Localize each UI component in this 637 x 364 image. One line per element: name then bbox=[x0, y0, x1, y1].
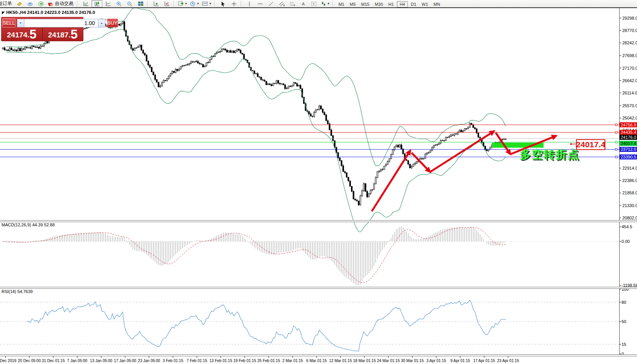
timeframe-M1[interactable]: M1 bbox=[336, 2, 347, 7]
bollinger-bands bbox=[6, 8, 506, 232]
crosshair-button[interactable] bbox=[229, 0, 239, 7]
y-axis-tick: 29298.0 bbox=[622, 16, 637, 20]
y-axis-tick: 28242.0 bbox=[622, 40, 637, 45]
zoom-out-button[interactable] bbox=[125, 0, 135, 7]
rsi-axis-label: 50 bbox=[622, 319, 626, 324]
rsi-indicator-label: RSI(14) 54.7639 bbox=[2, 289, 33, 294]
volume-input[interactable] bbox=[24, 19, 98, 27]
price-level-label: 24435.4 bbox=[621, 130, 636, 135]
one-click-trading-panel: SELL ▼ ▲ BUY 24174.5 24187.5 bbox=[1, 17, 83, 41]
sell-price-main: 24174 bbox=[7, 30, 27, 40]
line-chart-icon bbox=[105, 1, 111, 7]
price-level-box[interactable]: 24017.4 bbox=[576, 139, 605, 150]
buy-button[interactable]: BUY bbox=[107, 19, 118, 27]
cursor-button[interactable] bbox=[218, 0, 228, 7]
x-axis-label: 6 Mar 01:15 bbox=[306, 359, 327, 363]
text-label-button[interactable]: T bbox=[309, 0, 319, 7]
x-axis-label: 2 Mar 01:15 bbox=[282, 359, 303, 363]
x-axis-label: 31 Dec 01:15 bbox=[42, 359, 65, 363]
y-axis-tick: 26114.0 bbox=[622, 91, 637, 95]
volume-increase-button[interactable]: ▲ bbox=[98, 19, 105, 27]
pane-divider-macd[interactable] bbox=[0, 220, 637, 222]
signals-icon-button[interactable] bbox=[36, 0, 46, 7]
rsi-axis-label: 80 bbox=[622, 300, 626, 305]
time-axis: 16 Dec 201920 Dec 05:0031 Dec 01:157 Jan… bbox=[0, 356, 519, 363]
arrows-button[interactable]: ▼ bbox=[320, 0, 331, 7]
y-axis-tick: 21858.0 bbox=[622, 190, 637, 195]
volume-decrease-button[interactable]: ▼ bbox=[17, 19, 24, 27]
timeframe-M5[interactable]: M5 bbox=[347, 2, 358, 7]
trend-arrows[interactable] bbox=[372, 131, 576, 211]
chart-window: 29298.028770.028242.027698.027170.026642… bbox=[0, 8, 637, 364]
chart-shift-button[interactable] bbox=[162, 0, 172, 7]
timeframe-M30[interactable]: M30 bbox=[373, 2, 385, 7]
new-chart-button[interactable]: ▼ bbox=[177, 0, 188, 7]
x-axis-label: 7 Feb 01:15 bbox=[186, 359, 207, 363]
pane-divider-rsi[interactable] bbox=[0, 287, 637, 289]
price-level-label: 24756.9 bbox=[621, 123, 636, 127]
tile-windows-button[interactable] bbox=[136, 0, 146, 7]
svg-text:F: F bbox=[294, 4, 295, 7]
templates-button[interactable]: ▼ bbox=[201, 0, 213, 7]
rsi-pane bbox=[0, 300, 619, 351]
candlestick-chart-button[interactable] bbox=[91, 0, 102, 7]
x-axis-label: 9 Apr 01:15 bbox=[450, 359, 470, 363]
timeframe-M15[interactable]: M15 bbox=[359, 2, 371, 7]
zoom-in-button[interactable] bbox=[114, 0, 124, 7]
template-icon bbox=[202, 1, 208, 7]
crosshair-icon bbox=[231, 1, 237, 7]
trendline-button[interactable] bbox=[266, 0, 276, 7]
svg-text:T: T bbox=[313, 2, 315, 6]
auto-scroll-button[interactable] bbox=[151, 0, 161, 7]
bar-chart-icon bbox=[83, 1, 89, 7]
candles bbox=[2, 20, 506, 206]
market-watch-icon[interactable] bbox=[14, 0, 24, 7]
equidistant-channel-button[interactable]: E bbox=[277, 0, 287, 7]
bar-chart-button[interactable] bbox=[81, 0, 91, 7]
price-level-label: 23390.5 bbox=[621, 155, 636, 159]
vertical-line-button[interactable] bbox=[244, 0, 254, 7]
collapse-panel-icon[interactable]: ◤ bbox=[2, 11, 5, 15]
vertical-line-icon bbox=[247, 1, 252, 7]
text-button[interactable]: A bbox=[298, 0, 308, 7]
timeframe-W1[interactable]: W1 bbox=[419, 2, 430, 7]
price-axis-labels: 29298.028770.028242.027698.027170.026642… bbox=[619, 16, 637, 220]
horizontal-line-button[interactable] bbox=[255, 0, 265, 7]
autotrading-icon bbox=[47, 1, 54, 7]
x-axis-label: 12 Mar 01:15 bbox=[329, 359, 352, 363]
y-axis-tick: 22914.0 bbox=[622, 166, 637, 170]
y-axis-tick: 27170.0 bbox=[622, 66, 637, 71]
text-icon: A bbox=[301, 1, 306, 7]
new-order-button[interactable]: 新订单 bbox=[0, 0, 13, 7]
x-axis-label: 20 Dec 05:00 bbox=[18, 359, 41, 363]
chart-canvas[interactable]: 29298.028770.028242.027698.027170.026642… bbox=[0, 0, 637, 364]
fibonacci-icon: F bbox=[290, 1, 296, 7]
fibonacci-button[interactable]: F bbox=[288, 0, 298, 7]
sell-price[interactable]: 24174.5 bbox=[2, 28, 42, 41]
tag-icon bbox=[17, 1, 22, 6]
chart-shift-icon bbox=[164, 1, 170, 7]
autotrading-label: 自动交易 bbox=[55, 0, 73, 7]
timeframe-MN[interactable]: MN bbox=[431, 2, 442, 7]
chart-title: ◤HK50-,H4 24141.0 24223.0 24135.0 24176.… bbox=[2, 10, 95, 15]
x-axis-label: 13 Jan 05:00 bbox=[90, 359, 112, 363]
price-axis-line bbox=[619, 8, 620, 356]
buy-price[interactable]: 24187.5 bbox=[43, 28, 83, 41]
periods-button[interactable]: ▼ bbox=[189, 0, 200, 7]
timeframe-D1[interactable]: D1 bbox=[408, 2, 418, 7]
new-chart-icon bbox=[178, 1, 184, 7]
line-chart-button[interactable] bbox=[103, 0, 113, 7]
macd-indicator-label: MACD(12,26,9) 44.39 52.88 bbox=[2, 222, 55, 227]
price-level-label: 24176.0 bbox=[621, 135, 636, 140]
macd-axis-label: 0.00 bbox=[622, 239, 630, 244]
community-icon[interactable] bbox=[25, 0, 35, 7]
chart-title-text: HK50-,H4 24141.0 24223.0 24135.0 24176.0 bbox=[6, 10, 95, 15]
y-axis-tick: 26642.0 bbox=[622, 78, 637, 83]
timeframe-H4[interactable]: H4 bbox=[397, 1, 408, 7]
toolbar-separator bbox=[214, 1, 217, 7]
horizontal-line-icon bbox=[258, 1, 263, 7]
timeframe-H1[interactable]: H1 bbox=[386, 2, 396, 7]
sell-button[interactable]: SELL bbox=[2, 19, 15, 27]
text-label-icon: T bbox=[311, 1, 317, 7]
autotrading-button[interactable]: 自动交易 bbox=[47, 0, 75, 7]
